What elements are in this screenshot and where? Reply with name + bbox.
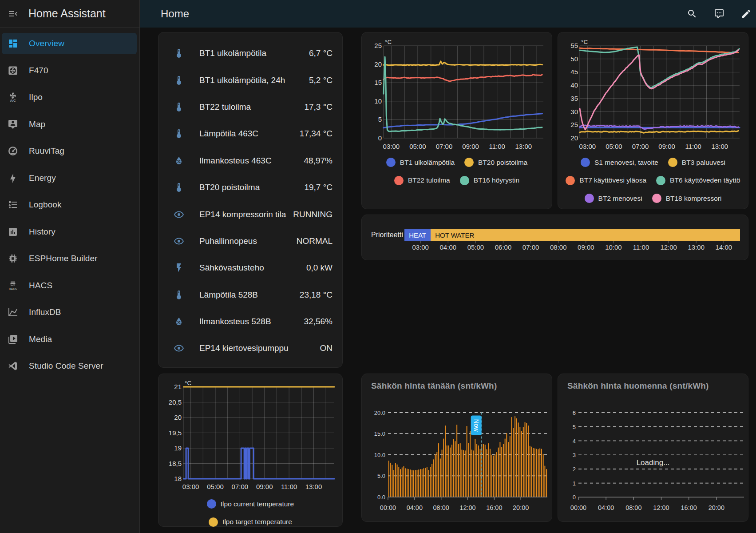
sidebar-item-influxdb[interactable]: InfluxDB: [2, 302, 137, 323]
y-tick-label: 21: [174, 383, 182, 390]
y-tick-label: 10: [374, 97, 382, 105]
legend-item[interactable]: Ilpo current temperature: [207, 499, 294, 509]
pencil-button[interactable]: [741, 8, 752, 19]
legend-label: BT3 paluuvesi: [682, 159, 725, 167]
sidebar-item-studio-code-server[interactable]: Studio Code Server: [2, 355, 137, 377]
entity-name: BT1 ulkolämpötila, 24h: [199, 76, 285, 85]
sidebar-toggle-button[interactable]: [2, 3, 24, 24]
topbar: Home: [140, 0, 756, 28]
entity-row[interactable]: PuhallinnopeusNORMAL: [158, 228, 342, 255]
legend-item[interactable]: S1 menovesi, tavoite: [581, 158, 658, 167]
y-tick-label: 20: [174, 414, 182, 421]
sidebar-item-overview[interactable]: Overview: [2, 33, 137, 54]
chart-box-icon: [8, 227, 18, 237]
entity-row[interactable]: EP14 kompressorin tilaRUNNING: [158, 201, 342, 227]
legend-item[interactable]: BT22 tuloilma: [394, 176, 450, 185]
legend-label: S1 menovesi, tavoite: [594, 159, 658, 167]
entity-row[interactable]: EP14 kiertovesipumppuON: [158, 335, 342, 362]
hot-water-legend: S1 menovesi, tavoiteBT3 paluuvesiBT7 käy…: [558, 156, 748, 211]
timeline-tick-label: 13:00: [688, 243, 705, 251]
sidebar-item-history[interactable]: History: [2, 221, 137, 243]
chat-button[interactable]: [714, 8, 724, 19]
water-percent-icon: [174, 155, 184, 166]
legend-item[interactable]: BT20 poistoilma: [464, 158, 527, 167]
entity-value: 17,34 °C: [300, 129, 332, 139]
legend-color-dot: [460, 176, 469, 185]
y-tick-label: 5: [573, 424, 576, 430]
legend-item[interactable]: BT7 käyttövesi yläosa: [566, 176, 646, 185]
legend-item[interactable]: Ilpo target temperature: [209, 517, 292, 527]
y-tick-label: 6: [573, 410, 576, 416]
list-bulleted-icon: [8, 199, 18, 210]
sidebar-item-esphome-builder[interactable]: ESPHome Builder: [2, 248, 137, 269]
y-tick-label: 45: [570, 68, 578, 76]
entity-name: Sähkövastusteho: [199, 263, 264, 273]
sidebar-item-label: RuuviTag: [29, 146, 64, 156]
entity-row[interactable]: Lämpötila 528B23,18 °C: [158, 282, 342, 308]
hacs-icon: HACS: [8, 280, 18, 291]
sidebar-item-media[interactable]: Media: [2, 329, 137, 350]
x-tick-label: 11:00: [685, 143, 701, 150]
view-dashboard-icon: [8, 38, 18, 49]
timeline-tick-label: 14:00: [716, 243, 732, 251]
sidebar-item-map[interactable]: Map: [2, 114, 137, 135]
eye-icon: [174, 343, 184, 354]
series-line: [580, 50, 738, 130]
lightning-bolt-icon: [8, 173, 18, 183]
timeline-tick-label: 11:00: [633, 243, 649, 251]
gauge-icon: [8, 146, 18, 156]
legend-item[interactable]: BT2 menovesi: [585, 194, 642, 203]
entity-row[interactable]: Ilmankosteus 463C48,97%: [158, 147, 342, 174]
entity-row[interactable]: Sähkövastusteho0,0 kW: [158, 255, 342, 281]
svg-text:HACS: HACS: [9, 287, 17, 290]
x-tick-label: 09:00: [462, 143, 479, 150]
legend-item[interactable]: BT3 paluuvesi: [668, 158, 725, 167]
y-tick-label: 30: [570, 108, 578, 115]
loading-text: Loading...: [558, 458, 748, 467]
heat-pump-icon: [8, 65, 18, 76]
entity-name: Lämpötila 463C: [199, 129, 258, 139]
legend-item[interactable]: BT16 höyrystin: [460, 176, 519, 185]
entity-name: EP14 kiertovesipumppu: [199, 343, 289, 353]
x-tick-label: 20:00: [709, 504, 724, 511]
timeline-tick-label: 06:00: [495, 243, 512, 251]
vscode-icon: [8, 361, 18, 371]
entity-row[interactable]: BT1 ulkolämpötila, 24h5,2 °C: [158, 67, 342, 93]
entity-row[interactable]: BT22 tuloilma17,3 °C: [158, 94, 342, 120]
entity-row[interactable]: Lämpötila 463C17,34 °C: [158, 120, 342, 147]
legend-item[interactable]: BT18 kompressori: [652, 194, 722, 203]
legend-item[interactable]: BT1 ulkolämpötila: [386, 158, 455, 167]
hvac-icon: A/C: [8, 92, 18, 103]
entity-name: BT1 ulkolämpötila: [199, 48, 266, 58]
entity-row[interactable]: BT1 ulkolämpötila6,7 °C: [158, 40, 342, 67]
series-line: [384, 75, 542, 81]
entity-row[interactable]: Ilmankosteus 528B32,56%: [158, 308, 342, 335]
sidebar-item-hacs[interactable]: HACSHACS: [2, 275, 137, 296]
y-tick-label: 18: [174, 475, 182, 482]
hot-water-chart-card: °C555045403530252003:0005:0007:0009:0011…: [558, 32, 748, 209]
entity-value: NORMAL: [297, 236, 332, 246]
entity-name: BT20 poistoilma: [199, 183, 260, 192]
x-tick-label: 13:00: [712, 143, 728, 150]
sidebar-item-label: Map: [29, 119, 45, 129]
sidebar-item-ruuvitag[interactable]: RuuviTag: [2, 140, 137, 162]
sidebar-header: Home Assistant: [0, 0, 139, 28]
sidebar: Home Assistant OverviewF470A/CIlpoMapRuu…: [0, 0, 140, 533]
entity-value: RUNNING: [293, 210, 332, 219]
sidebar-item-energy[interactable]: Energy: [2, 167, 137, 189]
legend-item[interactable]: BT6 käyttöveden täyttö: [656, 176, 740, 185]
sidebar-item-logbook[interactable]: Logbook: [2, 194, 137, 215]
flash-icon: [174, 263, 184, 273]
legend-color-dot: [581, 158, 590, 167]
entity-row[interactable]: BT20 poistoilma19,7 °C: [158, 174, 342, 201]
x-tick-label: 05:00: [409, 143, 426, 150]
search-button[interactable]: [687, 8, 697, 19]
timeline-tick-label: 07:00: [522, 243, 539, 251]
thermometer-icon: [174, 128, 184, 139]
sidebar-item-f470[interactable]: F470: [2, 60, 137, 81]
sidebar-item-ilpo[interactable]: A/CIlpo: [2, 87, 137, 108]
legend-label: BT6 käyttöveden täyttö: [670, 176, 740, 184]
priority-timeline-card: Prioriteetti HEATHOT WATER 03:0004:0005:…: [361, 215, 748, 260]
y-tick-label: 4: [573, 438, 576, 445]
sidebar-item-label: Logbook: [29, 200, 62, 210]
